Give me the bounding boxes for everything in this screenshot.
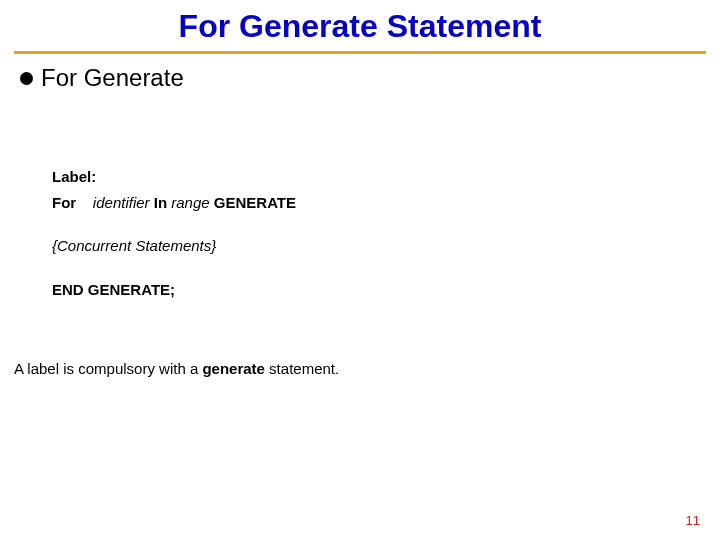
bullet-row: For Generate bbox=[0, 54, 720, 92]
code-for: For bbox=[52, 194, 76, 211]
code-identifier: identifier bbox=[93, 194, 150, 211]
code-in: In bbox=[154, 194, 167, 211]
note-keyword: generate bbox=[202, 360, 265, 377]
code-spacer-1 bbox=[52, 215, 720, 233]
note-line: A label is compulsory with a generate st… bbox=[0, 302, 720, 377]
code-line-4: END GENERATE; bbox=[52, 277, 720, 303]
slide-title: For Generate Statement bbox=[0, 0, 720, 51]
code-generate: GENERATE bbox=[214, 194, 296, 211]
page-number: 11 bbox=[686, 513, 700, 528]
code-line-1: Label: bbox=[52, 164, 720, 190]
note-prefix: A label is compulsory with a bbox=[14, 360, 202, 377]
bullet-icon bbox=[20, 72, 33, 85]
code-line-2: For identifier In range GENERATE bbox=[52, 190, 720, 216]
code-block: Label: For identifier In range GENERATE … bbox=[0, 92, 720, 302]
code-spacer-2 bbox=[52, 259, 720, 277]
note-suffix: statement. bbox=[265, 360, 339, 377]
bullet-text: For Generate bbox=[41, 64, 184, 92]
code-range: range bbox=[171, 194, 209, 211]
code-line-3: {Concurrent Statements} bbox=[52, 233, 720, 259]
code-label: Label: bbox=[52, 168, 96, 185]
